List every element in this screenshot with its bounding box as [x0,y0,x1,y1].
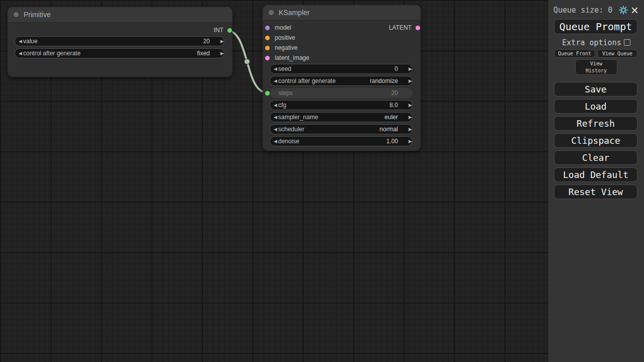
widget-control-after-generate[interactable]: ◀ control after generate randomize ▶ [270,76,413,86]
input-slot-latent-image[interactable]: latent_image [265,54,309,61]
increment-arrow-icon[interactable]: ▶ [217,48,224,58]
decrement-arrow-icon[interactable]: ◀ [15,36,22,46]
clipspace-button[interactable]: Clipspace [554,133,637,148]
widget-label: control after generate [23,50,197,57]
decrement-arrow-icon[interactable]: ◀ [270,76,277,86]
input-slot-positive[interactable]: positive [265,34,295,41]
load-default-button[interactable]: Load Default [554,167,637,182]
decrement-arrow-icon[interactable]: ◀ [270,136,277,146]
decrement-arrow-icon[interactable]: ◀ [15,48,22,58]
queue-size-value: 0 [608,6,612,15]
widget-label: steps [278,89,391,97]
node-ksampler-titlebar[interactable]: KSampler [263,5,421,21]
input-label: positive [275,34,295,41]
settings-gear-icon[interactable] [618,5,629,16]
widget-value-text: randomize [370,77,398,84]
graph-canvas[interactable]: Primitive INT ◀ value 20 ▶ ◀ control aft… [0,0,644,362]
input-slot-negative[interactable]: negative [265,44,297,51]
widget-value-text: normal [379,126,398,133]
extra-options-checkbox[interactable] [624,39,630,46]
input-slot-model[interactable]: model [265,24,291,31]
widget-value-text: 20 [203,38,210,45]
node-status-dot [269,10,274,15]
widget-denoise[interactable]: ◀ denoise 1.00 ▶ [270,136,413,146]
increment-arrow-icon[interactable]: ▶ [405,124,412,134]
widget-label: denoise [278,138,386,145]
load-button[interactable]: Load [554,99,637,114]
widget-value-text: euler [384,114,398,121]
widget-label: cfg [278,102,389,109]
widget-sampler-name[interactable]: ◀ sampler_name euler ▶ [270,112,413,122]
node-status-dot [14,12,19,17]
link-midpoint-dot [245,59,250,64]
view-history-button[interactable]: View History [575,59,617,75]
input-label: negative [275,44,297,51]
widget-value-text: 1.00 [386,138,398,145]
widget-label: value [23,38,203,45]
widget-seed[interactable]: ◀ seed 0 ▶ [270,64,413,74]
view-queue-button[interactable]: View Queue [597,49,637,58]
clear-button[interactable]: Clear [554,150,637,165]
extra-options-label: Extra options [562,38,621,47]
input-label: model [275,24,291,31]
output-slot-latent[interactable]: LATENT [389,24,420,31]
input-dot-positive[interactable] [265,36,270,40]
widget-scheduler[interactable]: ◀ scheduler normal ▶ [270,124,413,134]
reset-view-button[interactable]: Reset View [554,185,637,199]
increment-arrow-icon[interactable]: ▶ [217,36,224,46]
increment-arrow-icon[interactable]: ▶ [405,64,412,74]
input-dot-model[interactable] [265,26,270,30]
increment-arrow-icon[interactable]: ▶ [405,136,412,146]
node-title: Primitive [24,11,51,19]
widget-steps: ◀ steps 20 ▶ [270,88,413,98]
refresh-button[interactable]: Refresh [554,116,637,131]
widget-value-text: fixed [197,50,210,57]
input-label: latent_image [275,54,309,61]
decrement-arrow-icon[interactable]: ◀ [270,100,277,110]
decrement-arrow-icon[interactable]: ◀ [270,64,277,74]
save-button[interactable]: Save [554,82,637,97]
increment-arrow-icon[interactable]: ▶ [405,112,412,122]
output-label: LATENT [389,24,412,31]
output-slot-int[interactable]: INT [214,27,232,34]
queue-prompt-button[interactable]: Queue Prompt [554,19,637,34]
extra-options-row: Extra options [548,38,644,47]
queue-front-button[interactable]: Queue Front [554,49,595,58]
widget-label: sampler_name [278,114,384,121]
close-icon[interactable] [629,5,640,16]
widget-value[interactable]: ◀ value 20 ▶ [15,36,224,46]
increment-arrow-icon[interactable]: ▶ [405,76,412,86]
output-label: INT [214,27,223,34]
input-dot-negative[interactable] [265,46,270,50]
queue-size-label: Queue size: [553,6,603,15]
widget-value-text: 8.0 [389,102,398,109]
widget-cfg[interactable]: ◀ cfg 8.0 ▶ [270,100,413,110]
output-dot-int[interactable] [227,28,232,33]
decrement-arrow-icon[interactable]: ◀ [270,124,277,134]
node-ksampler[interactable]: KSampler model positive negative latent_… [263,5,421,151]
decrement-arrow-icon[interactable]: ◀ [270,112,277,122]
widget-control-after-generate[interactable]: ◀ control after generate fixed ▶ [15,48,224,58]
queue-size-row: Queue size: 0 [553,4,640,16]
node-title: KSampler [279,9,309,17]
menu-sidebar: Queue size: 0 Queue Prompt Extra optio [548,0,644,362]
input-dot-latent-image[interactable] [265,56,270,60]
widget-label: control after generate [278,77,370,84]
input-dot-steps[interactable] [265,91,270,96]
output-dot-latent[interactable] [416,26,420,30]
widget-value-text: 0 [394,65,398,72]
node-primitive[interactable]: Primitive INT ◀ value 20 ▶ ◀ control aft… [8,7,232,77]
widget-value-text: 20 [391,89,398,97]
increment-arrow-icon[interactable]: ▶ [405,100,412,110]
widget-label: scheduler [278,126,379,133]
widget-label: seed [278,65,394,72]
node-primitive-titlebar[interactable]: Primitive [8,7,232,23]
